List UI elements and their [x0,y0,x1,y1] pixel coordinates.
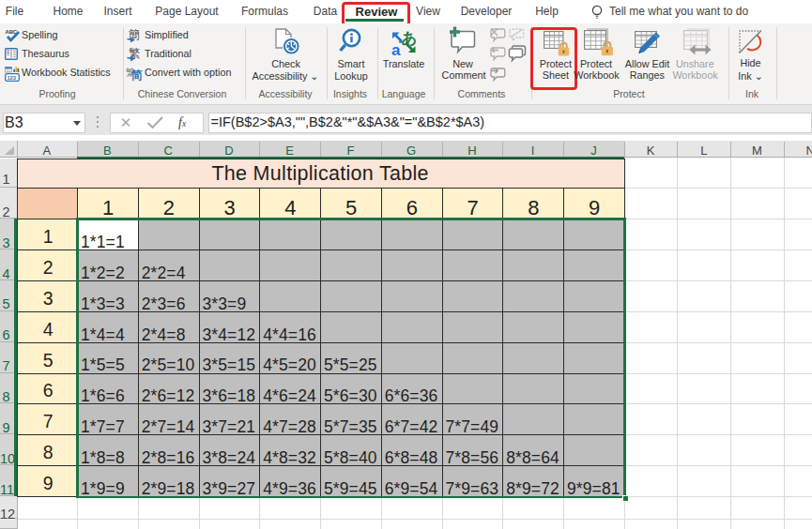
svg-text:あ: あ [402,29,418,47]
svg-text:a: a [391,41,401,59]
svg-text:123: 123 [7,74,16,80]
